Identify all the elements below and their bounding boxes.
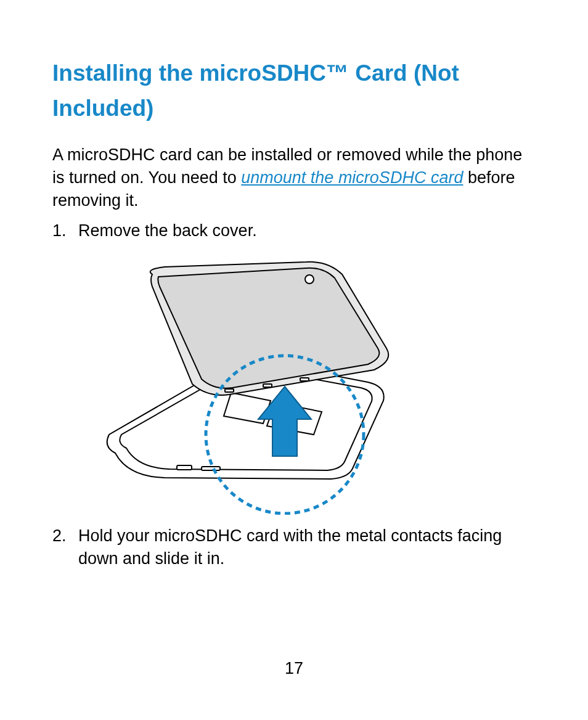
steps-list-continued: 2. Hold your microSDHC card with the met… — [52, 525, 536, 570]
step-text: Hold your microSDHC card with the metal … — [78, 525, 536, 570]
svg-rect-1 — [202, 467, 220, 470]
svg-rect-3 — [225, 389, 234, 392]
step-number: 1. — [52, 219, 78, 242]
svg-rect-5 — [300, 378, 309, 381]
svg-rect-4 — [263, 384, 272, 387]
svg-rect-0 — [177, 465, 192, 470]
step-item: 1. Remove the back cover. — [52, 219, 536, 242]
illustration-container — [78, 250, 536, 517]
step-number: 2. — [52, 525, 78, 570]
step-item: 2. Hold your microSDHC card with the met… — [52, 525, 536, 570]
step-text: Remove the back cover. — [78, 219, 536, 242]
phone-cover-illustration — [78, 250, 423, 515]
section-heading: Installing the microSDHC™ Card (Not Incl… — [52, 55, 536, 126]
page-number: 17 — [0, 659, 588, 678]
intro-paragraph: A microSDHC card can be installed or rem… — [52, 144, 536, 212]
svg-point-2 — [305, 275, 314, 284]
unmount-link[interactable]: unmount the microSDHC card — [241, 168, 463, 187]
steps-list: 1. Remove the back cover. — [52, 219, 536, 242]
